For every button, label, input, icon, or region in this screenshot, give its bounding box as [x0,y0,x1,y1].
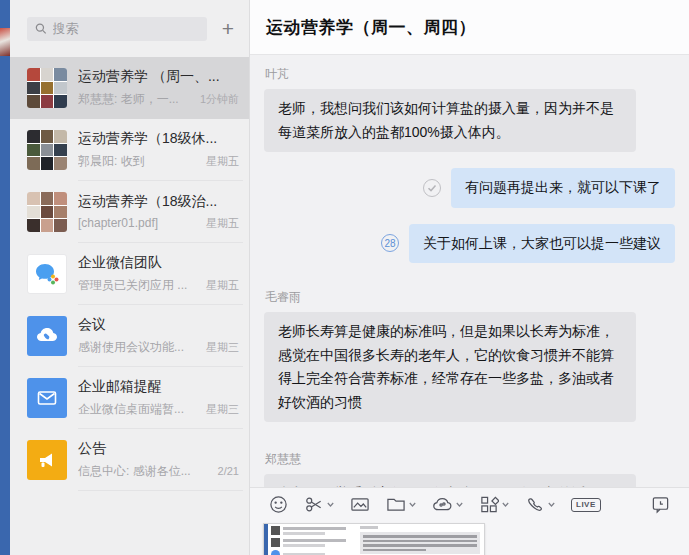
group-avatar [27,68,67,108]
conversation-title: 企业邮箱提醒 [78,378,239,396]
message-group-incoming: 毛睿雨 老师长寿算是健康的标准吗，但是如果以长寿为标准，感觉在中国很多长寿的老年… [264,289,675,448]
chat-title: 运动营养学（周一、周四） [266,16,476,39]
conversation-title: 运动营养学（18级治... [78,193,239,211]
screenshot-button[interactable] [300,495,338,514]
conversation-time: 1分钟前 [200,92,239,107]
cloud-disk-icon [432,495,453,514]
message-sender: 毛睿雨 [265,289,675,306]
conversation-preview: 信息中心: 感谢各位... [78,463,210,480]
search-box[interactable] [27,17,207,41]
meeting-cloud-icon [27,316,67,356]
conversation-time: 星期三 [206,402,239,417]
message-row-outgoing: 28 关于如何上课，大家也可以提一些建议 [264,224,675,264]
file-button[interactable] [382,495,420,514]
cloud-disk-button[interactable] [428,495,467,514]
app-nav-rail [0,0,10,555]
conversation-time: 2/21 [218,465,239,477]
message-group-incoming: 郑慧慧 老师，一觉睡到中午，早午餐合一，不吃早餐的话是不是有肥胖风险？ [264,451,675,487]
message-sender: 叶芃 [265,66,675,83]
announcement-megaphone-icon [27,440,67,480]
message-row-outgoing: 有问题再提出来，就可以下课了 [264,168,675,208]
search-icon [35,22,47,35]
emoji-icon [269,495,288,514]
conversation-preview: 郭晨阳: 收到 [78,153,198,170]
chat-history-icon [651,495,670,514]
call-button[interactable] [521,495,559,514]
conversation-item-announcement[interactable]: 公告 信息中心: 感谢各位... 2/21 [10,429,249,491]
scissors-icon [304,495,324,514]
conversation-preview: 企业微信桌面端暂... [78,401,198,418]
conversation-item-sports-nutrition-18-therapy[interactable]: 运动营养学（18级治... [chapter01.pdf] 星期五 [10,181,249,243]
image-button[interactable] [346,495,374,514]
conversation-title: 公告 [78,440,239,458]
live-icon: LIVE [571,498,601,512]
workspace-avatar[interactable] [0,28,10,56]
sidebar-search-row: + [10,0,249,57]
search-input[interactable] [53,21,199,36]
message-bubble[interactable]: 老师，我想问我们该如何计算盐的摄入量，因为并不是每道菜所放入的盐都100%摄入体… [264,89,636,152]
message-group-incoming: 叶芃 老师，我想问我们该如何计算盐的摄入量，因为并不是每道菜所放入的盐都100%… [264,66,675,168]
chevron-down-icon [409,502,416,507]
message-history[interactable]: 叶芃 老师，我想问我们该如何计算盐的摄入量，因为并不是每道菜所放入的盐都100%… [250,55,689,487]
apps-grid-icon [479,495,499,514]
image-icon [350,495,370,514]
chevron-down-icon [456,502,463,507]
conversation-title: 企业微信团队 [78,254,239,272]
conversation-item-sports-nutrition-18-leisure[interactable]: 运动营养学（18级休... 郭晨阳: 收到 星期五 [10,119,249,181]
mail-icon [27,378,67,418]
group-avatar [27,192,67,232]
conversation-time: 星期三 [206,340,239,355]
conversation-item-mail-reminder[interactable]: 企业邮箱提醒 企业微信桌面端暂... 星期三 [10,367,249,429]
unread-count-badge[interactable]: 28 [381,234,399,252]
chevron-down-icon [548,502,555,507]
folder-icon [386,495,406,514]
conversation-list: 运动营养学 （周一、... 郑慧慧: 老师，一... 1分钟前 运动营养学（18… [10,57,249,555]
conversation-time: 星期五 [206,216,239,231]
wecom-logo-icon [27,254,67,294]
add-button[interactable]: + [217,18,239,40]
conversation-preview: 郑慧慧: 老师，一... [78,91,192,108]
composer-panel: LIVE [250,487,689,555]
chevron-down-icon [327,502,334,507]
conversation-time: 星期五 [206,154,239,169]
chat-header: 运动营养学（周一、周四） [250,0,689,55]
conversation-item-wecom-team[interactable]: 企业微信团队 管理员已关闭应用 ... 星期五 [10,243,249,305]
message-input-area[interactable] [250,521,689,555]
conversation-preview: [chapter01.pdf] [78,216,198,230]
read-status-check-icon[interactable] [423,179,441,197]
group-avatar [27,130,67,170]
conversation-sidebar: + 运动营养学 （周一、... 郑慧慧: 老师，一... 1分钟前 运动营养学（… [10,0,250,555]
chevron-down-icon [502,502,509,507]
message-bubble[interactable]: 老师，一觉睡到中午，早午餐合一，不吃早餐的话是不是有肥胖风险？ [264,474,636,487]
conversation-preview: 感谢使用会议功能... [78,339,198,356]
chat-panel: 运动营养学（周一、周四） 叶芃 老师，我想问我们该如何计算盐的摄入量，因为并不是… [250,0,689,555]
live-button[interactable]: LIVE [567,498,605,512]
conversation-title: 运动营养学 （周一、... [78,68,239,86]
conversation-item-sports-nutrition-mon-thu[interactable]: 运动营养学 （周一、... 郑慧慧: 老师，一... 1分钟前 [10,57,249,119]
conversation-item-meeting[interactable]: 会议 感谢使用会议功能... 星期三 [10,305,249,367]
conversation-time: 星期五 [206,278,239,293]
message-bubble[interactable]: 关于如何上课，大家也可以提一些建议 [409,224,675,264]
phone-icon [525,495,545,514]
message-bubble[interactable]: 老师长寿算是健康的标准吗，但是如果以长寿为标准，感觉在中国很多长寿的老年人，它的… [264,312,636,422]
message-sender: 郑慧慧 [265,451,675,468]
pasted-screenshot-preview[interactable] [263,523,485,555]
apps-button[interactable] [475,495,513,514]
conversation-title: 会议 [78,316,239,334]
chat-history-button[interactable] [647,495,674,514]
composer-toolbar: LIVE [250,488,689,521]
emoji-button[interactable] [265,495,292,514]
message-bubble[interactable]: 有问题再提出来，就可以下课了 [451,168,675,208]
conversation-title: 运动营养学（18级休... [78,130,239,148]
conversation-preview: 管理员已关闭应用 ... [78,277,198,294]
